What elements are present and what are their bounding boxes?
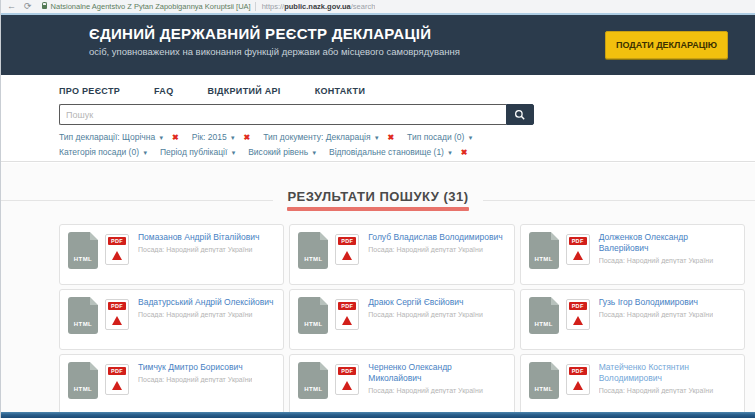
result-card: HTML PDF Черненко Олександр МиколайовичП… [289,354,514,415]
declarant-name-link[interactable]: Помазанов Андрій Віталійович [138,232,259,243]
results-section: РЕЗУЛЬТАТИ ПОШУКУ (31) HTML PDF Помазано… [1,163,755,418]
browser-chrome: ← ⟳ Natsionalne Agentstvo Z Pytan Zapobi… [1,0,755,15]
filter-declaration-type[interactable]: Тип декларації: Щорічна ▾ [59,132,163,142]
nav-item-faq[interactable]: FAQ [154,86,173,96]
declarant-name-link[interactable]: Долженков Олександр Валерійович [599,232,736,254]
result-card: HTML PDF Матейченко Костянтин Володимиро… [520,354,745,415]
declarant-name-link[interactable]: Драюк Сергій Євсійович [368,297,482,308]
chevron-down-icon: ▾ [232,149,236,156]
acrobat-logo-icon [112,251,122,260]
results-title: РЕЗУЛЬТАТИ ПОШУКУ (31) [287,189,468,204]
filter-document-type[interactable]: Тип документу: Декларація ▾ [263,132,378,142]
filter-label: Рік: 2015 [192,132,227,142]
declarant-position: Посада: Народний депутат України [368,246,502,253]
address-bar[interactable]: Natsionalne Agentstvo Z Pytan Zapobigann… [40,2,376,11]
declarant-name-link[interactable]: Тимчук Дмитро Борисович [138,362,252,373]
search-button[interactable] [506,104,534,125]
filters-row-1: Тип декларації: Щорічна ▾ ✖ Рік: 2015 ▾ … [59,132,755,142]
declarant-position: Посада: Народний депутат України [368,311,482,318]
result-card: HTML PDF Вадатурський Андрій Олексійович… [59,289,284,350]
pdf-file-icon[interactable]: PDF [105,364,129,395]
declarant-name-link[interactable]: Вадатурський Андрій Олексійович [138,297,273,308]
pdf-file-icon[interactable]: PDF [105,299,129,330]
result-card: HTML PDF Тимчук Дмитро БорисовичПосада: … [59,354,284,415]
submit-declaration-button[interactable]: ПОДАТИ ДЕКЛАРАЦІЮ [605,31,728,59]
screen: ← ⟳ Natsionalne Agentstvo Z Pytan Zapobi… [0,0,755,418]
acrobat-logo-icon [573,381,583,390]
nav-item-open-api[interactable]: ВІДКРИТИЙ API [207,86,280,96]
chevron-down-icon: ▾ [375,134,379,141]
remove-filter-icon[interactable]: ✖ [387,133,394,142]
acrobat-logo-icon [112,316,122,325]
declarant-name-link[interactable]: Гузь Ігор Володимирович [599,297,713,308]
padlock-icon [42,5,47,9]
filter-label: Категорія посади (0) [59,147,139,157]
declarant-name-link[interactable]: Черненко Олександр Миколайович [368,362,505,384]
search-row [59,104,755,125]
site-identity-label: Natsionalne Agentstvo Z Pytan Zapobigann… [51,2,251,11]
html-file-icon[interactable]: HTML [298,232,328,269]
filter-year[interactable]: Рік: 2015 ▾ [192,132,235,142]
html-file-icon[interactable]: HTML [68,362,98,399]
results-grid: HTML PDF Помазанов Андрій ВіталійовичПос… [1,211,755,415]
toolbar: ПРО РЕЄСТР FAQ ВІДКРИТИЙ API КОНТАКТИ Ти… [1,75,755,162]
chevron-down-icon: ▾ [160,134,164,141]
chevron-down-icon: ▾ [143,149,147,156]
result-card: HTML PDF Долженков Олександр Валерійович… [520,224,745,285]
acrobat-logo-icon [573,251,583,260]
chevron-down-icon: ▾ [312,149,316,156]
html-file-icon[interactable]: HTML [68,297,98,334]
filter-label: Високий рівень [248,147,308,157]
remove-filter-icon[interactable]: ✖ [461,148,468,157]
filters-row-2: Категорія посади (0) ▾ Період публікації… [59,147,755,157]
html-file-icon[interactable]: HTML [298,362,328,399]
results-title-underline [287,207,468,211]
filter-label: Тип декларації: Щорічна [59,132,155,142]
pdf-file-icon[interactable]: PDF [566,299,590,330]
filter-position-category[interactable]: Категорія посади (0) ▾ [59,147,147,157]
filter-position-type[interactable]: Тип посади (0) ▾ [407,132,472,142]
pdf-file-icon[interactable]: PDF [566,364,590,395]
acrobat-logo-icon [112,381,122,390]
declarant-position: Посада: Народний депутат України [138,376,252,383]
divider-line [483,200,755,201]
html-file-icon[interactable]: HTML [68,232,98,269]
url-domain: public.nazk.gov.ua [284,2,351,11]
chevron-down-icon: ▾ [448,149,452,156]
acrobat-logo-icon [342,381,352,390]
browser-reload-icon[interactable]: ⟳ [24,2,32,11]
filter-label: Період публікації [160,147,227,157]
filter-label: Відповідальне становище (1) [329,147,444,157]
filter-high-level[interactable]: Високий рівень ▾ [248,147,316,157]
filter-publication-period[interactable]: Період публікації ▾ [160,147,235,157]
acrobat-logo-icon [342,251,352,260]
results-header: РЕЗУЛЬТАТИ ПОШУКУ (31) [1,189,755,211]
html-file-icon[interactable]: HTML [298,297,328,334]
declarant-name-link[interactable]: Голуб Владислав Володимирович [368,232,502,243]
html-file-icon[interactable]: HTML [529,362,559,399]
result-card: HTML PDF Драюк Сергій ЄвсійовичПосада: Н… [289,289,514,350]
nav-item-contacts[interactable]: КОНТАКТИ [315,86,366,96]
acrobat-logo-icon [342,316,352,325]
site-header: ЄДИНИЙ ДЕРЖАВНИЙ РЕЄСТР ДЕКЛАРАЦІЙ осіб,… [1,15,755,75]
remove-filter-icon[interactable]: ✖ [172,133,179,142]
pdf-file-icon[interactable]: PDF [566,234,590,265]
filter-label: Тип документу: Декларація [263,132,370,142]
browser-back-icon[interactable]: ← [7,2,16,11]
declarant-position: Посада: Народний депутат України [138,246,259,253]
nav-item-about-register[interactable]: ПРО РЕЄСТР [59,86,120,96]
html-file-icon[interactable]: HTML [529,232,559,269]
acrobat-logo-icon [573,316,583,325]
remove-filter-icon[interactable]: ✖ [244,133,251,142]
pdf-file-icon[interactable]: PDF [335,299,359,330]
html-file-icon[interactable]: HTML [529,297,559,334]
pdf-file-icon[interactable]: PDF [335,234,359,265]
search-input[interactable] [59,104,506,125]
declarant-name-link[interactable]: Матейченко Костянтин Володимирович [599,362,736,384]
declarant-position: Посада: Народний депутат України [368,387,505,394]
filter-responsible-position[interactable]: Відповідальне становище (1) ▾ [329,147,452,157]
pdf-file-icon[interactable]: PDF [335,364,359,395]
declarant-position: Посада: Народний депутат України [599,257,736,264]
divider-line [1,200,273,201]
pdf-file-icon[interactable]: PDF [105,234,129,265]
